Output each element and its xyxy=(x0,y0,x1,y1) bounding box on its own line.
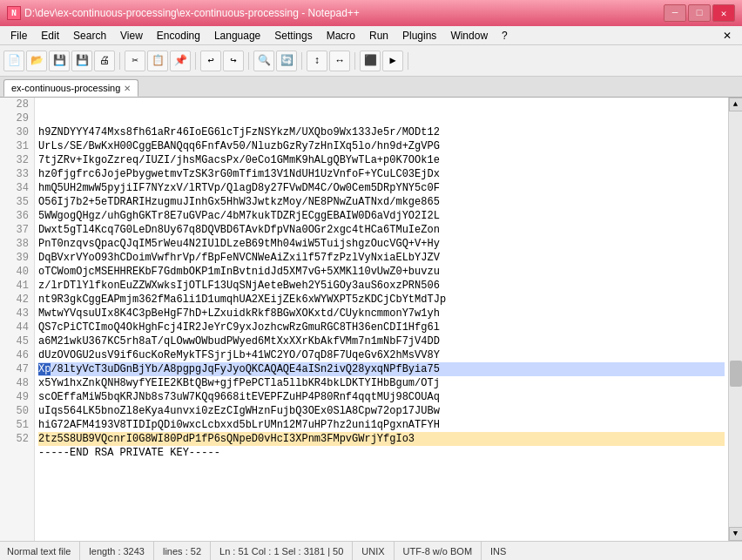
toolbar-btn-open[interactable]: 📂 xyxy=(26,51,47,71)
editor-line: oTCWomOjcMSEHHREKbF7GdmbOKP1mInBvtnidJd5… xyxy=(38,265,725,279)
title-bar-left: N D:\dev\ex-continuous-processing\ex-con… xyxy=(7,6,360,20)
active-tab[interactable]: ex-continuous-processing ✕ xyxy=(3,79,138,97)
menu-close-x[interactable]: ✕ xyxy=(716,30,739,42)
menu-item-run[interactable]: Run xyxy=(362,26,395,45)
toolbar-btn-macro-play[interactable]: ▶ xyxy=(382,51,403,71)
line-number: 42 xyxy=(5,293,29,307)
menu-item-macro[interactable]: Macro xyxy=(320,26,362,45)
toolbar-btn-undo[interactable]: ↩ xyxy=(200,51,221,71)
title-controls: ─ □ ✕ xyxy=(664,4,735,22)
line-number: 49 xyxy=(5,390,29,404)
status-file-type: Normal text file xyxy=(7,542,80,561)
line-number: 43 xyxy=(5,307,29,320)
selected-text: Xp xyxy=(38,363,51,375)
menu-item-view[interactable]: View xyxy=(113,26,150,45)
line-number: 44 xyxy=(5,320,29,334)
scrollbar[interactable]: ▲ ▼ xyxy=(728,98,742,541)
tab-label: ex-continuous-processing xyxy=(11,83,120,93)
scroll-up-button[interactable]: ▲ xyxy=(729,98,743,111)
toolbar-btn-paste[interactable]: 📌 xyxy=(170,51,191,71)
toolbar-btn-replace[interactable]: 🔄 xyxy=(276,51,297,71)
toolbar-separator xyxy=(301,52,302,70)
editor-line: x5Yw1hxZnkQNH8wyfYEIE2KBtQBw+gjfPePCTla5… xyxy=(38,376,725,390)
editor-line: hmQ5UH2mwW5pyjiIF7NYzxV/lRTVp/QlagD8y27F… xyxy=(38,181,725,195)
status-mode: INS xyxy=(482,542,515,561)
minimize-button[interactable]: ─ xyxy=(664,4,686,22)
menu-item-?[interactable]: ? xyxy=(495,26,515,45)
status-position: Ln : 51 Col : 1 Sel : 3181 | 50 xyxy=(211,542,353,561)
menu-item-plugins[interactable]: Plugins xyxy=(395,26,443,45)
tab-bar: ex-continuous-processing ✕ xyxy=(0,77,742,98)
editor-line: h9ZNDYYY474Mxs8fh61aRr46IoEG6lcTjFzNSYkz… xyxy=(38,125,725,139)
app-icon: N xyxy=(7,6,21,20)
line-number: 50 xyxy=(5,404,29,418)
editor-line: 7tjZRv+IkgoZzreq/IUZI/jhsMGacsPx/0eCo1GM… xyxy=(38,153,725,167)
line-number: 51 xyxy=(5,418,29,432)
maximize-button[interactable]: □ xyxy=(688,4,711,22)
toolbar-btn-find[interactable]: 🔍 xyxy=(253,51,274,71)
line-number: 38 xyxy=(5,237,29,251)
toolbar-separator xyxy=(119,52,120,70)
line-number: 52 xyxy=(5,432,29,446)
toolbar-btn-zoom-out[interactable]: ↔ xyxy=(329,51,350,71)
menu-item-search[interactable]: Search xyxy=(66,26,113,45)
menu-bar: FileEditSearchViewEncodingLanguageSettin… xyxy=(0,26,742,45)
editor-line: hz0fjgfrc6JojePbygwetmvTzSK3rG0mTfim13V1… xyxy=(38,167,725,181)
line-number: 37 xyxy=(5,223,29,237)
toolbar-btn-cut[interactable]: ✂ xyxy=(125,51,145,71)
line-number: 30 xyxy=(5,125,29,139)
tab-close-button[interactable]: ✕ xyxy=(124,84,131,93)
editor-line: O56Ij7b2+5eTDRARIHzugmuJInhGx5HhW3JwtkzM… xyxy=(38,195,725,209)
toolbar-btn-copy[interactable]: 📋 xyxy=(147,51,168,71)
editor-line: Xp/8ltyVcT3uDGnBjYb/A8pgpgJqFyJyoQKCAQAQ… xyxy=(38,362,725,376)
line-number: 33 xyxy=(5,167,29,181)
scroll-thumb[interactable] xyxy=(730,361,742,387)
toolbar-btn-new[interactable]: 📄 xyxy=(3,51,24,71)
toolbar-separator xyxy=(195,52,196,70)
toolbar-btn-zoom-in[interactable]: ↕ xyxy=(307,51,327,71)
line-numbers: 2829303132333435363738394041424344454647… xyxy=(0,98,35,541)
menu-item-window[interactable]: Window xyxy=(443,26,495,45)
line-number: 36 xyxy=(5,209,29,223)
line-number: 40 xyxy=(5,265,29,279)
menu-item-file[interactable]: File xyxy=(3,26,34,45)
menu-item-encoding[interactable]: Encoding xyxy=(150,26,207,45)
close-button[interactable]: ✕ xyxy=(712,4,735,22)
toolbar-btn-save[interactable]: 💾 xyxy=(49,51,70,71)
line-number: 46 xyxy=(5,348,29,362)
line-number: 45 xyxy=(5,334,29,348)
toolbar-separator xyxy=(408,52,408,70)
toolbar-btn-save-all[interactable]: 💾 xyxy=(71,51,92,71)
editor-line: a6M21wkU367KC5rh8aT/qLOwwOWbudPWyed6MtXx… xyxy=(38,334,725,348)
line-number: 48 xyxy=(5,376,29,390)
editor-line: dUzOVOGU2usV9if6ucKoReMykTFSjrjLb+41WC2Y… xyxy=(38,348,725,362)
toolbar-separator xyxy=(354,52,355,70)
menu-item-language[interactable]: Language xyxy=(207,26,267,45)
toolbar-btn-print[interactable]: 🖨 xyxy=(94,51,115,71)
editor-line: Dwxt5gTl4Kcq7G0LeDn8Uy67q8DQVBD6TAvkDfpV… xyxy=(38,223,725,237)
editor-line: PnT0nzqvsQpacQJqIM5rWeu4N2IUlDLzeB69tMh0… xyxy=(38,237,725,251)
line-number: 39 xyxy=(5,251,29,265)
editor-line: scOEffaMiW5bqKRJNb8s73uW7KQq9668itEVEPFZ… xyxy=(38,390,725,404)
editor-line: -----END RSA PRIVATE KEY----- xyxy=(38,446,725,460)
line-number: 41 xyxy=(5,279,29,293)
editor-line: 5WWgogQHgz/uhGghGKTr8E7uGVPac/4bM7kukTDZ… xyxy=(38,209,725,223)
editor-line: MwtwYVqsuUIx8K4C3pBeHgF7hD+LZxuidkRkf8BG… xyxy=(38,307,725,320)
scroll-track[interactable] xyxy=(729,111,743,527)
scroll-down-button[interactable]: ▼ xyxy=(729,527,743,541)
menu-item-settings[interactable]: Settings xyxy=(267,26,319,45)
window-title: D:\dev\ex-continuous-processing\ex-conti… xyxy=(24,7,360,19)
status-bar: Normal text file length : 3243 lines : 5… xyxy=(0,541,742,560)
editor-line: UrLs/SE/BwKxH00CggEBANQqq6FnfAv50/NluzbG… xyxy=(38,139,725,153)
line-number: 32 xyxy=(5,153,29,167)
toolbar: 📄📂💾💾🖨✂📋📌↩↪🔍🔄↕↔⬛▶ xyxy=(0,45,742,77)
title-bar: N D:\dev\ex-continuous-processing\ex-con… xyxy=(0,0,742,26)
toolbar-btn-redo[interactable]: ↪ xyxy=(223,51,244,71)
toolbar-separator xyxy=(248,52,249,70)
editor-content[interactable]: h9ZNDYYY474Mxs8fh61aRr46IoEG6lcTjFzNSYkz… xyxy=(35,98,728,541)
menu-item-edit[interactable]: Edit xyxy=(34,26,66,45)
status-lines: lines : 52 xyxy=(154,542,211,561)
line-number: 29 xyxy=(5,111,29,125)
editor-line: nt9R3gkCggEAPmjm362fMa6li1D1umqhUA2XEijZ… xyxy=(38,293,725,307)
toolbar-btn-macro-record[interactable]: ⬛ xyxy=(360,51,381,71)
